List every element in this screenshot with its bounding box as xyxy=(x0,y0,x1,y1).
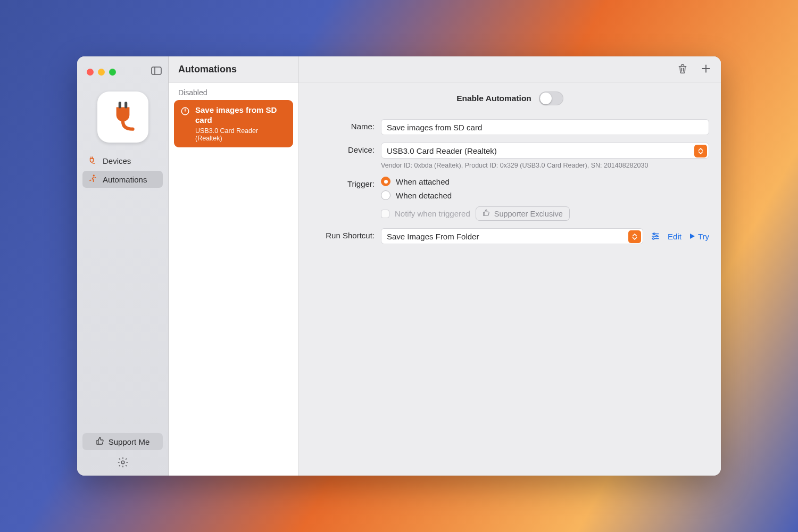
sidebar-item-automations[interactable]: Automations xyxy=(82,171,163,188)
sidebar: Devices Automations Suppor xyxy=(77,56,169,476)
running-person-icon xyxy=(88,174,97,185)
add-button[interactable] xyxy=(701,63,711,76)
edit-shortcut-button[interactable]: Edit xyxy=(668,232,681,241)
sidebar-nav: Devices Automations xyxy=(77,152,168,188)
trigger-label: Trigger: xyxy=(311,177,375,188)
notify-checkbox[interactable] xyxy=(381,210,389,218)
automation-list-panel: Automations Disabled Save images from SD… xyxy=(169,56,299,476)
app-icon xyxy=(97,92,148,143)
fullscreen-window-button[interactable] xyxy=(109,69,116,76)
thumbs-up-icon xyxy=(96,437,104,447)
detail-panel: Enable Automation Name: Save images from… xyxy=(299,56,721,476)
try-shortcut-button[interactable]: Try xyxy=(689,232,709,241)
trigger-attached-radio[interactable]: When attached xyxy=(381,177,709,186)
svg-rect-0 xyxy=(152,67,161,74)
minimize-window-button[interactable] xyxy=(98,69,105,76)
automation-item-subtitle: USB3.0 Card Reader (Realtek) xyxy=(195,127,287,142)
toggle-sidebar-icon[interactable] xyxy=(151,66,162,77)
svg-point-17 xyxy=(653,238,654,239)
power-icon xyxy=(180,105,190,142)
enable-automation-label: Enable Automation xyxy=(456,94,531,103)
thumbs-up-icon xyxy=(483,209,490,218)
sidebar-item-label: Devices xyxy=(103,156,131,165)
radio-icon xyxy=(381,190,390,200)
device-hint: Vendor ID: 0xbda (Realtek), Product ID: … xyxy=(381,162,709,169)
plug-icon xyxy=(88,155,97,167)
automation-list-item[interactable]: Save images from SD card USB3.0 Card Rea… xyxy=(174,100,293,147)
enable-automation-toggle[interactable] xyxy=(539,92,563,105)
app-window: Devices Automations Suppor xyxy=(77,56,721,476)
play-icon xyxy=(689,232,695,241)
supporter-exclusive-badge[interactable]: Supporter Exclusive xyxy=(476,206,570,221)
app-icon-container xyxy=(77,80,168,152)
close-window-button[interactable] xyxy=(87,69,94,76)
chevron-updown-icon xyxy=(628,230,641,243)
detail-content: Enable Automation Name: Save images from… xyxy=(299,83,721,476)
list-section-label: Disabled xyxy=(169,83,298,100)
detail-toolbar xyxy=(299,56,721,83)
svg-point-5 xyxy=(121,461,124,464)
run-shortcut-label: Run Shortcut: xyxy=(311,228,375,240)
radio-icon xyxy=(381,177,390,186)
name-label: Name: xyxy=(311,119,375,131)
sidebar-item-label: Automations xyxy=(103,175,147,184)
automation-item-title: Save images from SD card xyxy=(195,105,287,126)
support-me-label: Support Me xyxy=(109,437,150,446)
notify-label: Notify when triggered xyxy=(395,209,470,218)
window-controls xyxy=(77,64,168,80)
device-label: Device: xyxy=(311,143,375,154)
device-select[interactable]: USB3.0 Card Reader (Realtek) xyxy=(381,143,709,159)
name-input[interactable]: Save images from SD card xyxy=(381,119,709,135)
svg-point-4 xyxy=(93,174,95,176)
chevron-updown-icon xyxy=(694,145,707,157)
shortcut-select[interactable]: Save Images From Folder xyxy=(381,228,643,244)
support-me-button[interactable]: Support Me xyxy=(82,433,163,450)
sidebar-item-devices[interactable]: Devices xyxy=(82,152,163,169)
trigger-detached-radio[interactable]: When detached xyxy=(381,190,709,200)
settings-button[interactable] xyxy=(77,456,168,476)
shortcut-settings-icon[interactable] xyxy=(651,231,660,241)
page-title: Automations xyxy=(169,56,298,83)
svg-rect-2 xyxy=(118,102,121,108)
delete-button[interactable] xyxy=(677,63,688,77)
svg-rect-3 xyxy=(124,102,127,108)
svg-point-15 xyxy=(656,236,658,237)
svg-point-13 xyxy=(653,233,655,235)
